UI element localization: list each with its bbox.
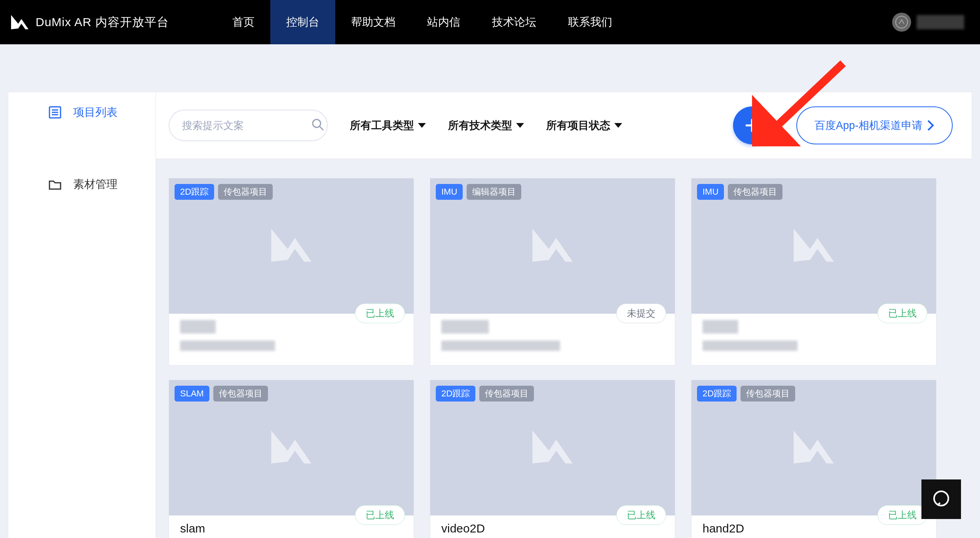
card-body: 已上线 xyxy=(169,314,414,365)
tool-tag: 传包器项目 xyxy=(479,386,534,402)
svg-point-0 xyxy=(896,16,908,28)
tech-tag: 2D跟踪 xyxy=(436,386,475,402)
user-avatar-icon xyxy=(892,13,911,32)
project-card[interactable]: 2D跟踪 传包器项目 已上线 xyxy=(169,178,414,366)
nav-inbox[interactable]: 站内信 xyxy=(411,0,476,44)
chat-bubble-icon xyxy=(931,489,952,510)
card-body: 已上线 xyxy=(691,314,936,365)
status-badge: 已上线 xyxy=(355,505,405,525)
tech-tag: SLAM xyxy=(175,386,209,402)
dropdown-tool-type[interactable]: 所有工具类型 xyxy=(350,118,426,133)
status-badge: 已上线 xyxy=(355,303,405,323)
top-nav: 首页 控制台 帮助文档 站内信 技术论坛 联系我们 xyxy=(217,0,628,44)
tool-tag: 传包器项目 xyxy=(728,184,782,200)
chevron-down-icon xyxy=(614,123,622,128)
sidebar: 项目列表 素材管理 xyxy=(8,92,156,538)
top-header: DuMix AR 内容开放平台 首页 控制台 帮助文档 站内信 技术论坛 联系我… xyxy=(0,0,980,44)
project-card[interactable]: IMU 传包器项目 已上线 xyxy=(691,178,936,366)
card-thumb: 2D跟踪 传包器项目 xyxy=(169,178,414,314)
svg-line-7 xyxy=(320,127,323,130)
tech-tag: 2D跟踪 xyxy=(697,386,737,402)
status-badge: 已上线 xyxy=(616,505,666,525)
folder-icon xyxy=(48,177,62,191)
project-card[interactable]: 2D跟踪 传包器项目 已上线 hand2D xyxy=(691,380,936,538)
svg-point-10 xyxy=(934,491,948,506)
nav-forum[interactable]: 技术论坛 xyxy=(476,0,552,44)
card-body: 已上线 video2D xyxy=(430,515,675,538)
search-icon xyxy=(311,117,325,133)
nav-contact[interactable]: 联系我们 xyxy=(552,0,628,44)
tech-tag: IMU xyxy=(436,184,463,200)
status-badge: 未提交 xyxy=(616,303,666,323)
project-card[interactable]: SLAM 传包器项目 已上线 slam xyxy=(169,380,414,538)
tool-tag: 传包器项目 xyxy=(218,184,273,200)
placeholder-logo-icon xyxy=(786,222,841,271)
plus-icon xyxy=(743,117,761,134)
placeholder-logo-icon xyxy=(264,423,319,472)
toolbar: 所有工具类型 所有技术类型 所有项目状态 百度App-相机渠道申请 xyxy=(156,92,972,159)
project-card[interactable]: 2D跟踪 传包器项目 已上线 video2D xyxy=(430,380,675,538)
tool-tag: 传包器项目 xyxy=(741,386,795,402)
search-box[interactable] xyxy=(169,110,328,141)
search-input[interactable] xyxy=(182,119,311,132)
chevron-down-icon xyxy=(418,123,426,128)
card-meta-redacted xyxy=(180,341,275,351)
help-chat-button[interactable] xyxy=(921,479,961,519)
card-meta-redacted xyxy=(703,341,798,351)
tech-tag: IMU xyxy=(697,184,724,200)
card-body: 已上线 hand2D xyxy=(691,515,936,538)
card-body: 已上线 slam xyxy=(169,515,414,538)
dropdown-label: 所有项目状态 xyxy=(546,118,610,133)
main-column: 所有工具类型 所有技术类型 所有项目状态 百度App-相机渠道申请 xyxy=(156,92,972,538)
dropdown-label: 所有技术类型 xyxy=(448,118,512,133)
card-thumb: SLAM 传包器项目 xyxy=(169,380,414,515)
svg-point-6 xyxy=(313,119,321,127)
nav-help[interactable]: 帮助文档 xyxy=(335,0,411,44)
brand-title: DuMix AR 内容开放平台 xyxy=(36,14,169,30)
dropdown-tech-type[interactable]: 所有技术类型 xyxy=(448,118,524,133)
card-thumb: 2D跟踪 传包器项目 xyxy=(691,380,936,515)
card-body: 未提交 xyxy=(430,314,675,365)
placeholder-logo-icon xyxy=(525,222,580,271)
status-badge: 已上线 xyxy=(877,303,927,323)
chevron-right-icon xyxy=(927,120,934,131)
card-thumb: IMU 传包器项目 xyxy=(691,178,936,314)
sidebar-item-label: 项目列表 xyxy=(73,105,118,120)
dropdown-project-status[interactable]: 所有项目状态 xyxy=(546,118,622,133)
channel-apply-label: 百度App-相机渠道申请 xyxy=(815,118,923,133)
page-body: 项目列表 素材管理 所有工具类型 所有技术类型 xyxy=(0,44,980,538)
placeholder-logo-icon xyxy=(264,222,319,271)
project-card[interactable]: IMU 编辑器项目 未提交 xyxy=(430,178,675,366)
sidebar-item-materials[interactable]: 素材管理 xyxy=(8,164,156,205)
nav-console[interactable]: 控制台 xyxy=(270,0,335,44)
sidebar-item-label: 素材管理 xyxy=(73,177,118,192)
project-grid: 2D跟踪 传包器项目 已上线 IMU xyxy=(156,178,972,538)
card-title-redacted xyxy=(180,320,216,333)
placeholder-logo-icon xyxy=(525,423,580,472)
add-project-button[interactable] xyxy=(733,106,771,144)
sidebar-item-projects[interactable]: 项目列表 xyxy=(8,92,156,133)
tool-tag: 传包器项目 xyxy=(213,386,268,402)
list-icon xyxy=(48,105,62,119)
card-thumb: IMU 编辑器项目 xyxy=(430,178,675,314)
card-meta-redacted xyxy=(441,341,560,351)
placeholder-logo-icon xyxy=(786,423,841,472)
card-thumb: 2D跟踪 传包器项目 xyxy=(430,380,675,515)
brand-logo-icon xyxy=(9,12,30,32)
chevron-down-icon xyxy=(516,123,524,128)
nav-home[interactable]: 首页 xyxy=(217,0,270,44)
brand-block: DuMix AR 内容开放平台 xyxy=(0,12,169,32)
status-badge: 已上线 xyxy=(877,505,927,525)
channel-apply-button[interactable]: 百度App-相机渠道申请 xyxy=(796,106,953,144)
card-title-redacted xyxy=(703,320,738,333)
user-menu[interactable] xyxy=(892,0,964,44)
user-name-redacted xyxy=(917,15,964,29)
dropdown-label: 所有工具类型 xyxy=(350,118,414,133)
card-title-redacted xyxy=(441,320,489,333)
tech-tag: 2D跟踪 xyxy=(175,184,214,200)
tool-tag: 编辑器项目 xyxy=(467,184,521,200)
